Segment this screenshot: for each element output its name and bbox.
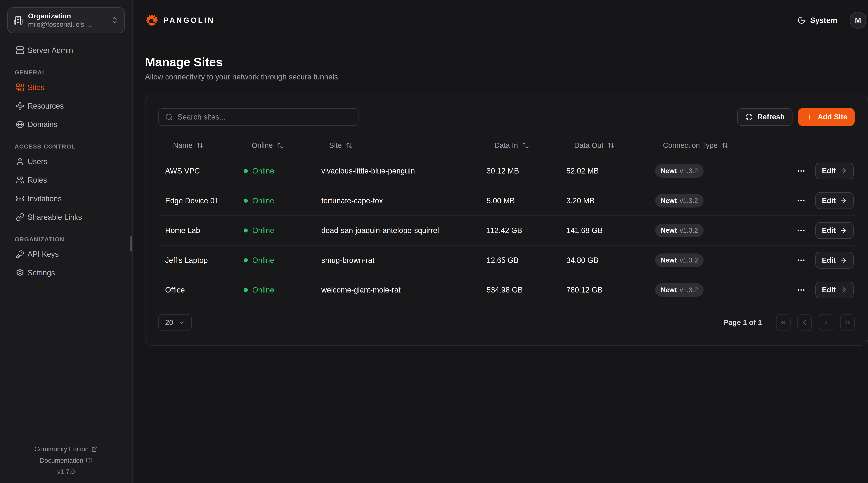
- sidebar-scrollbar-thumb[interactable]: [130, 236, 132, 252]
- table-body: AWS VPC Online vivacious-little-blue-pen…: [158, 156, 855, 305]
- last-page-button[interactable]: [840, 314, 855, 331]
- sidebar-item-label: Shareable Links: [28, 212, 82, 222]
- search-input[interactable]: [178, 112, 352, 121]
- sidebar-item-label: Server Admin: [28, 45, 73, 55]
- chevron-left-icon: [801, 319, 808, 326]
- column-header[interactable]: Site: [315, 141, 480, 150]
- avatar[interactable]: M: [849, 12, 866, 29]
- site-id-cell: vivacious-little-blue-penguin: [315, 166, 480, 175]
- column-header[interactable]: Data In: [480, 141, 560, 150]
- sites-table: Name Online Site Data In Data Out Connec…: [158, 135, 855, 305]
- data-out-cell: 34.80 GB: [559, 256, 648, 265]
- table-row: Edge Device 01 Online fortunate-cape-fox…: [158, 186, 855, 216]
- globe-icon: [16, 120, 24, 129]
- status-dot-icon: [244, 228, 248, 232]
- data-in-cell: 12.65 GB: [480, 256, 560, 265]
- site-id-cell: dead-san-joaquin-antelope-squirrel: [315, 226, 480, 235]
- sidebar-item-shareable-links[interactable]: Shareable Links: [7, 208, 125, 226]
- refresh-icon: [745, 113, 753, 121]
- status-dot-icon: [244, 258, 248, 262]
- user-icon: [16, 157, 24, 166]
- site-id-cell: fortunate-cape-fox: [315, 196, 480, 205]
- sidebar-item-sites[interactable]: Sites: [7, 78, 125, 97]
- sidebar-footer: Community Edition Documentation v1.7.0: [0, 439, 132, 483]
- row-menu-button[interactable]: [796, 226, 806, 235]
- edit-button[interactable]: Edit: [815, 282, 854, 298]
- row-menu-button[interactable]: [796, 285, 806, 295]
- page-size-select[interactable]: 20: [158, 314, 192, 331]
- connection-badge: Newt v1.3.2: [655, 194, 704, 207]
- site-name-cell: Office: [158, 286, 237, 294]
- column-header[interactable]: Data Out: [559, 141, 648, 150]
- plus-icon: [805, 113, 813, 121]
- page-status: Page 1 of 1: [723, 318, 762, 327]
- column-header[interactable]: Name: [158, 141, 237, 150]
- org-selector[interactable]: Organization milo@fossorial.io's ...: [7, 7, 125, 33]
- column-header[interactable]: Online: [237, 141, 315, 150]
- sort-icon: [607, 142, 615, 149]
- theme-toggle-button[interactable]: System: [797, 16, 837, 25]
- chevrons-right-icon: [843, 319, 851, 326]
- sidebar-item-settings[interactable]: Settings: [7, 263, 125, 282]
- arrow-right-icon: [840, 167, 847, 174]
- connection-badge: Newt v1.3.2: [655, 283, 704, 297]
- building-icon: [13, 15, 23, 25]
- online-status-cell: Online: [237, 286, 315, 294]
- site-name-cell: Edge Device 01: [158, 196, 237, 205]
- sidebar-item-roles[interactable]: Roles: [7, 171, 125, 189]
- org-selector-value: milo@fossorial.io's ...: [28, 20, 106, 29]
- online-status-cell: Online: [237, 166, 315, 175]
- arrow-right-icon: [840, 257, 847, 264]
- pagination: 20 Page 1 of 1: [158, 314, 855, 331]
- column-header[interactable]: Connection Type: [648, 141, 778, 150]
- chevrons-left-icon: [779, 319, 787, 326]
- arrow-right-icon: [840, 197, 847, 204]
- topbar: PANGOLIN System M: [133, 0, 868, 40]
- pangolin-logo-icon: [145, 13, 159, 27]
- connection-type-cell: Newt v1.3.2: [648, 254, 778, 267]
- next-page-button[interactable]: [819, 314, 833, 331]
- table-row: Jeff's Laptop Online smug-brown-rat 12.6…: [158, 246, 855, 276]
- edit-button[interactable]: Edit: [815, 222, 854, 239]
- version-label: v1.7.0: [57, 468, 75, 476]
- sidebar-item-api-keys[interactable]: API Keys: [7, 245, 125, 263]
- first-page-button[interactable]: [776, 314, 790, 331]
- row-menu-button[interactable]: [796, 196, 806, 205]
- sidebar-item-label: Users: [28, 157, 48, 166]
- refresh-button[interactable]: Refresh: [737, 108, 793, 126]
- documentation-link[interactable]: Documentation: [40, 457, 92, 464]
- sidebar-item-invitations[interactable]: Invitations: [7, 189, 125, 208]
- sidebar-item-domains[interactable]: Domains: [7, 115, 125, 134]
- previous-page-button[interactable]: [797, 314, 812, 331]
- row-menu-button[interactable]: [796, 255, 806, 265]
- connection-badge: Newt v1.3.2: [655, 224, 704, 237]
- edit-button[interactable]: Edit: [815, 163, 854, 180]
- chevron-down-icon: [178, 319, 185, 326]
- page-subtitle: Allow connectivity to your network throu…: [145, 72, 868, 81]
- page-title: Manage Sites: [145, 55, 868, 69]
- app-window: Organization milo@fossorial.io's ... Ser…: [0, 0, 868, 483]
- add-site-button[interactable]: Add Site: [798, 108, 855, 126]
- community-edition-link[interactable]: Community Edition: [34, 445, 98, 453]
- sort-icon: [522, 142, 529, 149]
- sidebar-item-users[interactable]: Users: [7, 152, 125, 171]
- sidebar-item-label: API Keys: [28, 249, 59, 259]
- table-header-row: Name Online Site Data In Data Out Connec…: [158, 135, 855, 156]
- sites-icon: [16, 83, 24, 92]
- status-dot-icon: [244, 199, 248, 203]
- waypoints-icon: [16, 102, 24, 110]
- site-name-cell: Home Lab: [158, 226, 237, 235]
- edit-button[interactable]: Edit: [815, 192, 854, 209]
- key-icon: [16, 250, 24, 258]
- row-menu-button[interactable]: [796, 166, 806, 176]
- edit-button[interactable]: Edit: [815, 252, 854, 268]
- sidebar-item-server-admin[interactable]: Server Admin: [7, 41, 125, 60]
- data-in-cell: 5.00 MB: [480, 196, 560, 205]
- sidebar-item-resources[interactable]: Resources: [7, 97, 125, 115]
- link-icon: [16, 213, 24, 221]
- sidebar-section-title: GENERAL: [7, 69, 125, 76]
- arrow-right-icon: [840, 286, 847, 294]
- data-out-cell: 141.68 GB: [559, 226, 648, 235]
- data-out-cell: 3.20 MB: [559, 196, 648, 205]
- connection-type-cell: Newt v1.3.2: [648, 283, 778, 297]
